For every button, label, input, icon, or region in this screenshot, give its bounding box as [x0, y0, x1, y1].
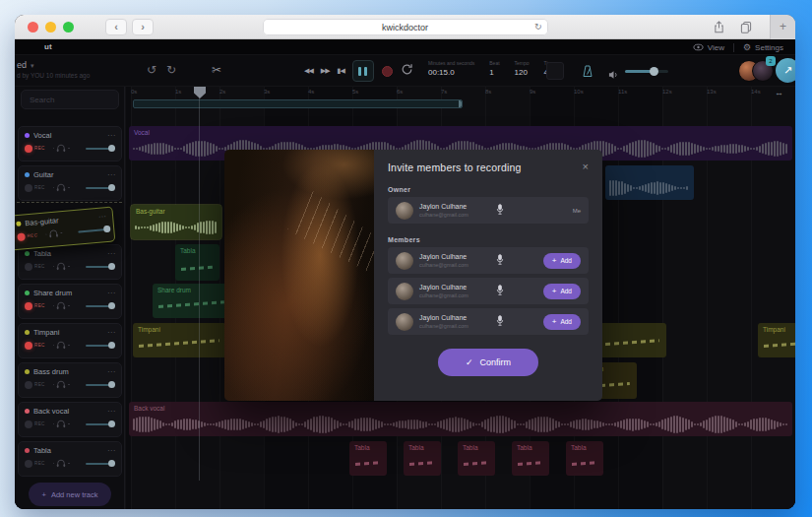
zoom-window-button[interactable] — [63, 22, 74, 32]
address-bar[interactable]: kwickdoctor ↻ — [263, 19, 548, 35]
rec-button[interactable]: REC — [25, 302, 45, 310]
more-options-icon[interactable]: ⋯ — [107, 446, 115, 455]
record-button[interactable] — [382, 66, 393, 77]
volume-knob[interactable] — [650, 67, 658, 76]
close-window-button[interactable] — [28, 22, 38, 32]
clip-timpani-left[interactable]: Timpani — [133, 323, 226, 357]
monitor-control[interactable] — [53, 262, 70, 271]
skip-to-start-button[interactable]: ▮◀ — [338, 60, 344, 82]
track-item-share-drum[interactable]: Share drum ⋯ REC — [18, 284, 122, 319]
microphone-icon[interactable] — [496, 202, 504, 220]
track-item-tabla[interactable]: Tabla ⋯ REC — [18, 244, 122, 280]
scissors-cut-button[interactable]: ✂ — [208, 61, 225, 79]
monitor-control[interactable] — [53, 301, 70, 310]
more-options-icon[interactable]: ⋯ — [107, 249, 115, 258]
speaker-icon[interactable] — [608, 66, 619, 84]
metronome-icon[interactable] — [583, 64, 593, 82]
undo-button[interactable]: ↺ — [143, 61, 160, 79]
add-new-track-button[interactable]: + Add new track — [29, 483, 111, 506]
track-item-tabla-2[interactable]: Tabla ⋯ REC — [18, 441, 122, 477]
share-icon[interactable] — [709, 19, 728, 35]
rec-button[interactable]: REC — [25, 381, 45, 389]
more-options-icon[interactable]: ⋯ — [107, 170, 115, 179]
clip-back-vocal[interactable]: Back vocal — [129, 402, 792, 436]
track-item-timpani[interactable]: Timpani ⋯ REC — [18, 323, 122, 358]
rec-button[interactable]: REC — [25, 342, 45, 350]
settings-menu[interactable]: ⚙ Settings — [743, 42, 783, 52]
monitor-control[interactable] — [53, 341, 70, 350]
more-options-icon[interactable]: ⋯ — [98, 212, 107, 222]
microphone-icon[interactable] — [496, 313, 504, 331]
toolbar-extra-button[interactable] — [546, 62, 564, 80]
monitor-control[interactable] — [53, 380, 70, 389]
loop-icon[interactable] — [401, 62, 413, 80]
view-menu[interactable]: View — [693, 43, 724, 52]
rewind-button[interactable]: ◀◀ — [304, 60, 313, 82]
track-item-bass-drum[interactable]: Bass drum ⋯ REC — [18, 362, 122, 398]
minimize-window-button[interactable] — [45, 22, 56, 32]
loop-region-bar[interactable] — [133, 99, 463, 108]
track-item-guitar[interactable]: Guitar ⋯ REC — [18, 165, 122, 201]
clip-tabla-pink[interactable]: Tabla — [566, 441, 603, 476]
clip-tabla-pink[interactable]: Tabla — [349, 441, 387, 476]
confirm-button[interactable]: ✓ Confirm — [438, 349, 538, 376]
monitor-control[interactable] — [53, 183, 70, 192]
rec-button[interactable]: REC — [25, 460, 45, 468]
rec-button[interactable]: REC — [25, 145, 45, 153]
more-options-icon[interactable]: ⋯ — [107, 367, 115, 376]
rec-button[interactable]: REC — [25, 184, 45, 192]
tempo-display[interactable]: Tempo 120 — [515, 60, 530, 77]
clip-tabla-pink[interactable]: Tabla — [404, 441, 441, 476]
share-project-button[interactable]: ↗ — [776, 58, 795, 83]
clip-tabla-pink[interactable]: Tabla — [458, 441, 495, 476]
clip-tabla-pink[interactable]: Tabla — [512, 441, 549, 476]
track-volume-slider[interactable] — [86, 423, 115, 425]
monitor-control[interactable] — [53, 144, 70, 153]
track-volume-slider[interactable] — [78, 227, 107, 232]
rec-button[interactable]: REC — [25, 420, 45, 428]
more-options-icon[interactable]: ⋯ — [107, 289, 115, 297]
fast-forward-button[interactable]: ▶▶ — [321, 60, 330, 82]
monitor-control[interactable] — [53, 420, 70, 428]
add-member-button[interactable]: + Add — [543, 314, 581, 330]
back-button[interactable]: ‹ — [105, 19, 127, 35]
reload-icon[interactable]: ↻ — [534, 22, 542, 32]
track-volume-slider[interactable] — [86, 187, 115, 189]
track-volume-slider[interactable] — [86, 266, 115, 268]
add-member-button[interactable]: + Add — [543, 284, 581, 299]
track-volume-slider[interactable] — [86, 463, 115, 465]
master-volume-slider[interactable] — [625, 70, 668, 73]
forward-button[interactable]: › — [132, 19, 154, 35]
clip-guitar[interactable] — [605, 165, 694, 200]
clip-timpani-right[interactable]: Timpani — [758, 323, 795, 357]
track-volume-slider[interactable] — [86, 345, 115, 347]
rec-button[interactable]: REC — [25, 263, 45, 271]
track-item-back-vocal[interactable]: Back vocal ⋯ REC — [18, 402, 122, 437]
track-volume-slider[interactable] — [86, 148, 115, 150]
project-title[interactable]: ed▾ — [17, 60, 34, 70]
clip-tabla-green[interactable]: Tabla — [175, 244, 219, 281]
tabs-overview-icon[interactable] — [736, 19, 756, 35]
track-name: Bass drum — [33, 367, 103, 376]
track-volume-slider[interactable] — [86, 305, 115, 307]
clip-bas-guitar[interactable]: Bas-guitar — [131, 205, 221, 239]
redo-button[interactable]: ↻ — [162, 61, 180, 79]
clip-share-drum[interactable]: Share drum — [153, 284, 231, 318]
more-options-icon[interactable]: ⋯ — [107, 407, 115, 416]
collaborator-avatars[interactable]: 2 — [738, 59, 778, 83]
microphone-icon[interactable] — [496, 283, 504, 300]
rec-button[interactable]: REC — [17, 231, 37, 241]
add-member-button[interactable]: + Add — [543, 253, 581, 269]
timeline-zoom-icon[interactable]: ↔ — [775, 88, 783, 97]
more-options-icon[interactable]: ⋯ — [107, 328, 115, 337]
more-options-icon[interactable]: ⋯ — [107, 131, 115, 140]
close-icon[interactable]: × — [583, 162, 589, 171]
track-volume-slider[interactable] — [86, 384, 115, 386]
new-tab-button[interactable]: + — [770, 15, 795, 39]
monitor-control[interactable] — [53, 459, 70, 468]
search-input[interactable] — [21, 90, 119, 109]
pause-button[interactable] — [352, 60, 374, 82]
microphone-icon[interactable] — [496, 252, 504, 270]
monitor-control[interactable] — [45, 228, 63, 238]
track-item-vocal[interactable]: Vocal ⋯ REC — [18, 126, 122, 162]
